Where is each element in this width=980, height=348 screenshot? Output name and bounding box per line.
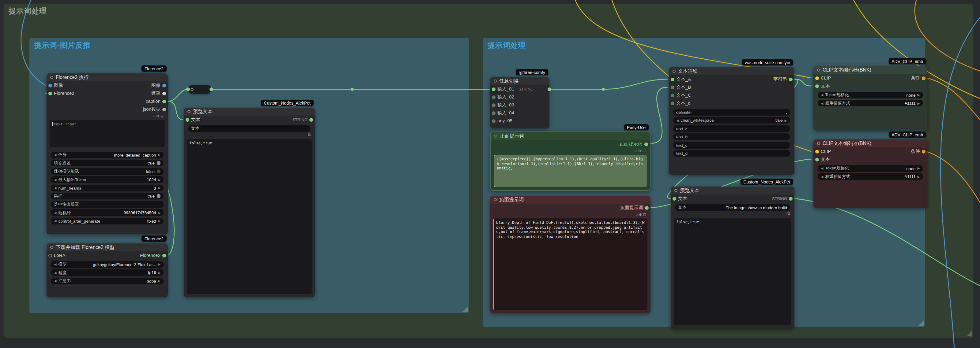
node-clip-encode-positive[interactable]: ADV_CLIP_emb CLIP文本编码器(BNK) CLIP 条件 文本 ◀… [813,66,928,130]
positive-prompt-text[interactable]: ((masterpiece)),(hyperrealism:1.1),(best… [494,155,647,187]
node-clip-encode-negative[interactable]: ADV_CLIP_emb CLIP文本编码器(BNK) CLIP 条件 文本 ◀… [813,139,928,208]
input-port-clip[interactable] [815,76,819,80]
node-titlebar[interactable]: 下载并加载 Florence2 模型 [46,244,168,252]
output-port-caption[interactable] [162,100,166,103]
left-arrow-icon[interactable]: ◀ [54,219,56,223]
preview-text-content[interactable]: false,true [187,139,312,294]
widget-text-c[interactable]: text_c [673,142,790,148]
right-arrow-icon[interactable]: ▶ [918,166,920,170]
node-action-icons[interactable]: ○ ⚙ ⊞ [46,113,168,119]
left-arrow-icon[interactable]: ◀ [821,101,823,105]
input-port-5[interactable] [492,119,495,123]
node-preview-text-2[interactable]: Custom_Nodes_AlekPet 预览文本 文本 STRING 文本Th… [671,187,794,328]
collapse-dot-icon[interactable] [675,189,678,192]
widget-attention[interactable]: ◀注意力sdpa▶ [51,277,164,284]
widget-seed[interactable]: ◀随机种99396174784504▶ [51,209,164,216]
widget-token-normalization[interactable]: ◀Token规格化none▶ [818,165,923,172]
output-port-string[interactable] [309,118,313,122]
widget-weight-interpretation[interactable]: ◀权重插值方式A1111▶ [818,100,923,106]
input-port-text[interactable] [815,158,819,161]
widget-sample[interactable]: 采样true [51,193,164,199]
input-port-text[interactable] [673,197,676,200]
output-port-string[interactable] [789,197,792,200]
right-arrow-icon[interactable]: ▶ [158,211,161,214]
toggle-knob[interactable] [156,194,161,198]
node-florence2-loader[interactable]: Florence2 下载并加载 Florence2 模型 LoRA Floren… [46,244,168,297]
input-port-clip[interactable] [815,150,819,153]
input-port-2[interactable] [492,95,495,99]
output-port-conditioning[interactable] [922,150,926,153]
widget-token-normalization[interactable]: ◀Token规格化none▶ [818,92,923,98]
right-arrow-icon[interactable]: ▶ [918,101,920,105]
collapse-dot-icon[interactable] [494,79,497,82]
right-arrow-icon[interactable]: ▶ [158,153,161,157]
right-arrow-icon[interactable]: ▶ [784,119,787,122]
output-port-any[interactable] [547,87,551,91]
output-port-mask[interactable] [162,92,166,95]
left-arrow-icon[interactable]: ◀ [54,279,56,283]
node-positive-prompt[interactable]: Easy-Use 正面提示词 正面提示词 ○ ⚙ ⊡ ((masterpiece… [490,131,651,191]
right-arrow-icon[interactable]: ▶ [158,279,161,283]
collapse-dot-icon[interactable] [50,246,53,249]
negative-prompt-text[interactable]: blurry,Depth of Field DoF,((nsfw)),sketc… [493,218,648,310]
widget-model[interactable]: ◀模型gokaygokay/Florence-2-Flux-Lar...▶ [51,261,164,267]
widget-clean-whitespace[interactable]: ◀clean_whitespacetrue▶ [673,117,790,123]
widget-delimiter[interactable]: delimiter, [673,109,790,115]
widget-control-after-generate[interactable]: ◀control_after_generatefixed▶ [51,217,164,224]
input-port-4[interactable] [492,111,495,115]
node-titlebar[interactable]: 预览文本 [671,187,794,195]
node-florence2-run[interactable]: Florence2 Florence2 执行 图像 图像 Florence2 遮… [46,73,168,234]
node-action-icons[interactable]: ○ ⚙ ⊡ [490,212,651,217]
left-arrow-icon[interactable]: ◀ [54,270,56,274]
input-port-3[interactable] [492,103,495,107]
node-titlebar[interactable]: Florence2 执行 [46,73,168,81]
node-titlebar[interactable]: 文本连锁 [669,67,794,75]
widget-weight-interpretation[interactable]: ◀权重插值方式A1111▶ [818,173,923,180]
right-arrow-icon[interactable]: ▶ [158,186,161,190]
input-port-text[interactable] [815,84,819,88]
widget-max-tokens[interactable]: ◀最大输出Token1024▶ [51,176,164,183]
widget-text-field[interactable]: 文本 [188,125,310,132]
input-port-text-b[interactable] [671,85,675,89]
node-titlebar[interactable]: CLIP文本编码器(BNK) [813,66,928,74]
left-arrow-icon[interactable]: ◀ [54,186,56,190]
output-port-positive[interactable] [644,142,648,146]
input-port-text-c[interactable] [671,93,675,97]
collapse-dot-icon[interactable] [817,68,820,71]
right-arrow-icon[interactable]: ▶ [158,263,161,266]
toggle-knob[interactable] [156,169,161,173]
input-port-text-a[interactable] [671,78,675,81]
node-negative-prompt[interactable]: 负面提示词 负面提示词 ○ ⚙ ⊡ blurry,Depth of Field … [490,196,651,313]
left-arrow-icon[interactable]: ◀ [54,153,56,157]
widget-text-field[interactable]: 文本The image shows a modern build [675,204,790,211]
input-port-text-d[interactable] [671,101,675,105]
collapse-dot-icon[interactable] [673,70,676,73]
node-any-switch[interactable]: rgthree-comfy 任意切换 输入_01STRING 输入_02 输入_… [490,77,549,128]
widget-output-mask-select[interactable]: 选中输出遮罩 [51,201,164,208]
node-text-concat[interactable]: was-node-suite-comfyui 文本连锁 文本_A 字符串 文本_… [669,67,794,175]
node-titlebar[interactable]: 预览文本 [184,108,315,115]
input-port-image[interactable] [48,84,52,87]
collapse-dot-icon[interactable] [494,134,497,138]
toggle-knob[interactable] [156,161,161,165]
node-preview-text-1[interactable]: Custom_Nodes_AlekPet 预览文本 文本 STRING 文本 ⧉… [184,108,315,297]
copy-icon[interactable]: ⧉ [184,132,315,137]
widget-task[interactable]: ◀任务more_detailed_caption▶ [51,151,164,158]
input-port-1[interactable] [492,87,495,91]
output-port-string[interactable] [789,78,792,81]
text-input-area[interactable]: text_input [49,120,165,147]
collapse-dot-icon[interactable] [188,110,191,113]
node-titlebar[interactable]: CLIP文本编码器(BNK) [813,139,928,147]
output-port-conditioning[interactable] [922,76,926,80]
right-arrow-icon[interactable]: ▶ [918,175,920,178]
node-titlebar[interactable]: 任意切换 [490,77,549,85]
output-port-string[interactable] [210,87,213,91]
left-arrow-icon[interactable]: ◀ [821,175,823,178]
node-titlebar[interactable]: 负面提示词 [490,196,651,204]
widget-precision[interactable]: ◀精度fp16▶ [51,269,164,276]
widget-fill-mask[interactable]: 填充遮罩true [51,160,164,166]
widget-text-d[interactable]: text_d [673,150,790,157]
input-port-florence2[interactable] [48,92,52,95]
output-port-json[interactable] [162,108,166,111]
output-port-negative[interactable] [645,206,649,209]
